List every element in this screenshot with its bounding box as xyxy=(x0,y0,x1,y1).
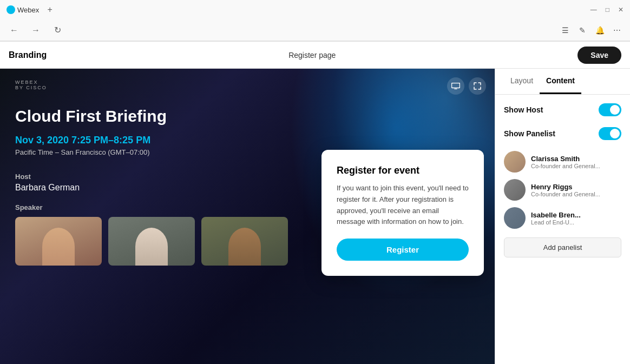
minimize-button[interactable]: — xyxy=(590,6,597,14)
refresh-button[interactable]: ↻ xyxy=(50,23,65,38)
close-button[interactable]: ✕ xyxy=(618,6,624,14)
panelist-info-3: Isabelle Bren... Lead of End-U... xyxy=(531,211,621,226)
svg-rect-0 xyxy=(452,83,460,88)
preview-area: webex by CISCO Cloud First Briefing Nov … xyxy=(0,69,495,364)
browser-favicon: Webex xyxy=(6,5,39,14)
event-title: Cloud First Briefing xyxy=(15,107,286,126)
panelist-name-1: Clarissa Smith xyxy=(531,155,621,163)
browser-titlebar: Webex + — □ ✕ xyxy=(0,0,630,19)
notifications-icon[interactable]: 🔔 xyxy=(593,24,606,37)
show-panelist-label: Show Panelist xyxy=(504,129,555,138)
preview-controls xyxy=(447,77,486,95)
panelist-role-2: Co-founder and General... xyxy=(531,191,621,197)
panelist-info-2: Henry Riggs Co-founder and General... xyxy=(531,183,621,197)
edit-icon[interactable]: ✎ xyxy=(576,24,589,37)
panelist-avatar-1 xyxy=(504,151,526,173)
speaker-card-3 xyxy=(201,217,288,266)
maximize-button[interactable]: □ xyxy=(606,6,609,14)
panel-tabs: Layout Content xyxy=(495,69,630,95)
view-desktop-button[interactable] xyxy=(447,77,464,95)
right-panel: Layout Content Show Host Show Panelist xyxy=(495,69,630,364)
panelist-avatar-2 xyxy=(504,179,526,201)
register-button[interactable]: Register xyxy=(337,239,469,261)
page-label: Register page xyxy=(47,51,578,59)
tab-content[interactable]: Content xyxy=(540,69,581,94)
forward-button[interactable]: → xyxy=(28,23,43,38)
panelist-avatar-3 xyxy=(504,207,526,229)
speaker-card-2 xyxy=(108,217,195,266)
main-layout: webex by CISCO Cloud First Briefing Nov … xyxy=(0,69,630,364)
more-options-icon[interactable]: ⋯ xyxy=(611,24,624,37)
favicon-icon xyxy=(6,5,15,14)
webex-logo: webex by CISCO xyxy=(15,80,480,90)
tab-title: Webex xyxy=(17,6,39,14)
panelist-role-1: Co-founder and General... xyxy=(531,163,621,169)
browser-toolbar: ← → ↻ ☰ ✎ 🔔 ⋯ xyxy=(0,19,630,41)
list-item: Clarissa Smith Co-founder and General... xyxy=(504,151,621,173)
show-host-label: Show Host xyxy=(504,105,543,114)
branding-title: Branding xyxy=(9,50,47,60)
new-tab-button[interactable]: + xyxy=(43,3,56,16)
panel-body: Show Host Show Panelist Clarissa Smith xyxy=(495,95,630,364)
back-button[interactable]: ← xyxy=(6,23,22,38)
show-host-toggle[interactable] xyxy=(599,103,621,116)
show-panelist-toggle[interactable] xyxy=(599,127,621,140)
dialog-body: If you want to join this event, you'll n… xyxy=(337,183,469,228)
toolbar-icons: ☰ ✎ 🔔 ⋯ xyxy=(559,24,624,37)
window-controls: — □ ✕ xyxy=(590,6,624,14)
speaker-card-1 xyxy=(15,217,102,266)
menu-icon[interactable]: ☰ xyxy=(559,24,572,37)
fullscreen-button[interactable] xyxy=(469,77,486,95)
panelist-name-2: Henry Riggs xyxy=(531,183,621,191)
logo-text: webex by CISCO xyxy=(15,80,480,90)
save-button[interactable]: Save xyxy=(578,47,621,64)
show-host-row: Show Host xyxy=(504,103,621,116)
tab-layout[interactable]: Layout xyxy=(504,69,540,94)
panelist-role-3: Lead of End-U... xyxy=(531,219,621,226)
list-item: Isabelle Bren... Lead of End-U... xyxy=(504,207,621,229)
panelist-list: Clarissa Smith Co-founder and General...… xyxy=(504,151,621,229)
app-header: Branding Register page Save xyxy=(0,42,630,69)
dialog-title: Register for event xyxy=(337,165,469,176)
show-panelist-row: Show Panelist xyxy=(504,127,621,140)
list-item: Henry Riggs Co-founder and General... xyxy=(504,179,621,201)
event-date: Nov 3, 2020 7:25 PM–8:25 PM xyxy=(15,135,480,146)
panelist-name-3: Isabelle Bren... xyxy=(531,211,621,219)
panelist-info-1: Clarissa Smith Co-founder and General... xyxy=(531,155,621,169)
register-dialog: Register for event If you want to join t… xyxy=(321,150,484,276)
add-panelist-button[interactable]: Add panelist xyxy=(504,237,621,257)
